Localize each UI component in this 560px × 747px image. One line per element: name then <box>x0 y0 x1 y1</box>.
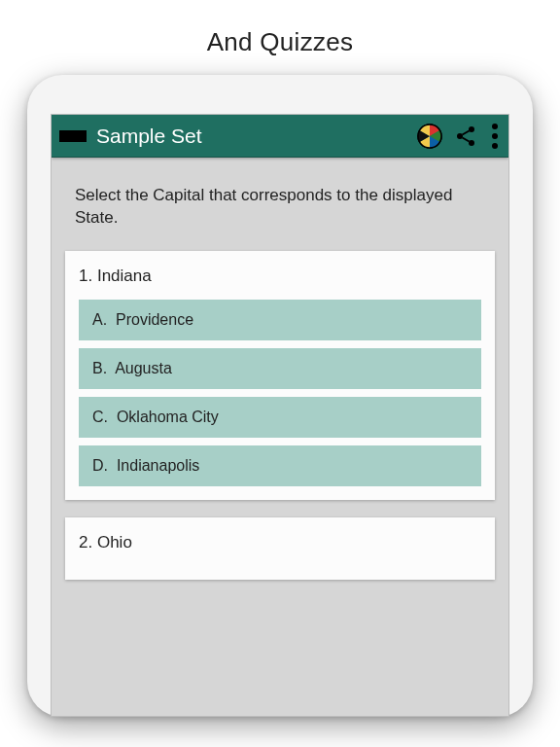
svg-line-6 <box>463 137 470 141</box>
option-text: Providence <box>116 311 193 328</box>
app-topbar: Sample Set <box>52 115 508 158</box>
question-card: 1. Indiana A. Providence B. Augusta C. O… <box>65 251 495 500</box>
device-frame: Sample Set <box>27 75 533 717</box>
svg-point-2 <box>469 126 474 132</box>
answer-option-a[interactable]: A. Providence <box>79 300 481 340</box>
answer-option-c[interactable]: C. Oklahoma City <box>79 397 481 438</box>
svg-point-3 <box>457 133 463 139</box>
question-label: 2. Ohio <box>79 533 481 552</box>
option-letter: A. <box>92 311 107 328</box>
question-number: 2. <box>79 533 92 551</box>
option-letter: B. <box>92 360 107 376</box>
question-card: 2. Ohio <box>65 517 495 580</box>
share-icon[interactable] <box>454 124 477 148</box>
quiz-content: Select the Capital that corresponds to t… <box>52 158 508 580</box>
question-text: Indiana <box>97 267 152 285</box>
option-text: Oklahoma City <box>117 409 219 425</box>
topbar-actions <box>417 121 501 152</box>
answer-option-b[interactable]: B. Augusta <box>79 348 481 389</box>
question-number: 1. <box>79 267 92 285</box>
option-text: Augusta <box>115 360 172 376</box>
svg-point-4 <box>469 140 474 146</box>
question-label: 1. Indiana <box>79 267 481 286</box>
option-letter: C. <box>92 409 108 425</box>
device-screen: Sample Set <box>51 114 509 717</box>
option-text: Indianapolis <box>117 457 199 474</box>
topbar-title: Sample Set <box>96 124 417 148</box>
answer-option-d[interactable]: D. Indianapolis <box>79 445 481 486</box>
page-heading: And Quizzes <box>0 0 560 75</box>
menu-icon[interactable] <box>59 125 87 147</box>
more-icon[interactable] <box>489 121 501 152</box>
question-text: Ohio <box>97 533 132 551</box>
svg-line-5 <box>463 130 470 134</box>
option-letter: D. <box>92 457 108 474</box>
quiz-prompt: Select the Capital that corresponds to t… <box>65 185 495 251</box>
color-wheel-icon[interactable] <box>417 124 442 149</box>
